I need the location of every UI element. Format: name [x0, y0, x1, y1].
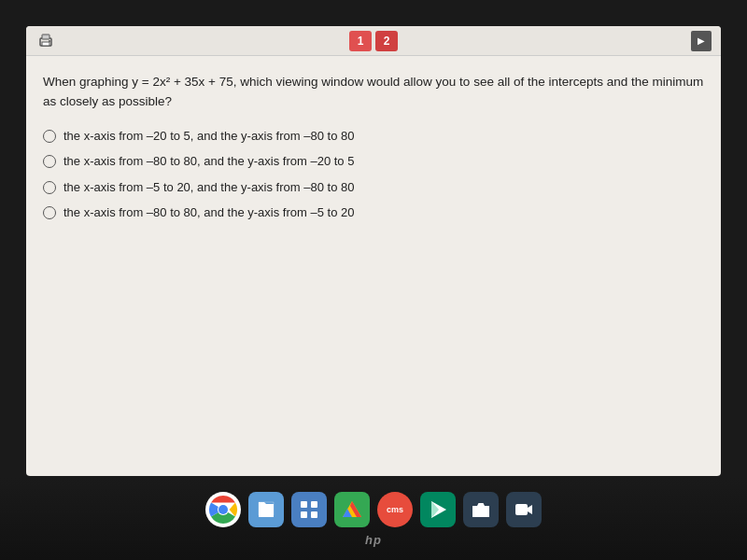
option-c[interactable]: the x-axis from –5 to 20, and the y-axis…	[43, 178, 704, 197]
svg-rect-1	[42, 35, 49, 39]
options-list: the x-axis from –20 to 5, and the y-axis…	[43, 127, 704, 222]
option-b-text: the x-axis from –80 to 80, and the y-axi…	[63, 152, 354, 171]
dock-playstore-icon[interactable]	[420, 492, 456, 527]
radio-a[interactable]	[43, 130, 56, 143]
radio-d[interactable]	[43, 206, 56, 219]
radio-c[interactable]	[43, 181, 56, 194]
page-1-button[interactable]: 1	[349, 31, 372, 51]
hp-brand: hp	[365, 533, 382, 547]
svg-rect-2	[42, 42, 49, 46]
radio-b[interactable]	[43, 155, 56, 168]
dock-cms-icon[interactable]: cms	[377, 492, 413, 527]
dock-drive-icon[interactable]	[334, 492, 370, 527]
svg-rect-10	[311, 511, 317, 518]
option-a-text: the x-axis from –20 to 5, and the y-axis…	[63, 127, 354, 146]
taskbar: cms hp	[0, 478, 747, 560]
option-b[interactable]: the x-axis from –80 to 80, and the y-axi…	[43, 152, 704, 171]
content-area: When graphing y = 2x² + 35x + 75, which …	[26, 56, 721, 237]
svg-point-3	[49, 40, 50, 42]
print-icon[interactable]	[35, 31, 56, 51]
page-buttons: 1 2	[349, 31, 398, 51]
dock-files-icon[interactable]	[248, 492, 284, 527]
dock-apps-icon[interactable]	[291, 492, 327, 527]
svg-marker-19	[528, 505, 532, 514]
dock-chrome-icon[interactable]	[205, 492, 241, 527]
dock: cms	[205, 492, 542, 527]
option-c-text: the x-axis from –5 to 20, and the y-axis…	[63, 178, 354, 197]
dock-video-icon[interactable]	[506, 492, 542, 527]
screen: 1 2 ▶ When graphing y = 2x² + 35x + 75, …	[26, 26, 721, 476]
svg-rect-8	[311, 501, 317, 508]
top-bar-right: ▶	[691, 31, 712, 51]
top-bar: 1 2 ▶	[26, 26, 721, 56]
option-d-text: the x-axis from –80 to 80, and the y-axi…	[63, 203, 354, 222]
next-arrow-button[interactable]: ▶	[691, 31, 712, 51]
option-a[interactable]: the x-axis from –20 to 5, and the y-axis…	[43, 127, 704, 146]
page-2-button[interactable]: 2	[375, 31, 398, 51]
svg-rect-17	[484, 508, 486, 510]
dock-camera-icon[interactable]	[463, 492, 499, 527]
question-text: When graphing y = 2x² + 35x + 75, which …	[43, 73, 704, 112]
option-d[interactable]: the x-axis from –80 to 80, and the y-axi…	[43, 203, 704, 222]
svg-rect-9	[301, 511, 307, 518]
svg-point-6	[218, 505, 228, 514]
top-bar-left	[35, 31, 56, 51]
svg-rect-18	[515, 504, 528, 515]
svg-rect-7	[301, 501, 307, 508]
